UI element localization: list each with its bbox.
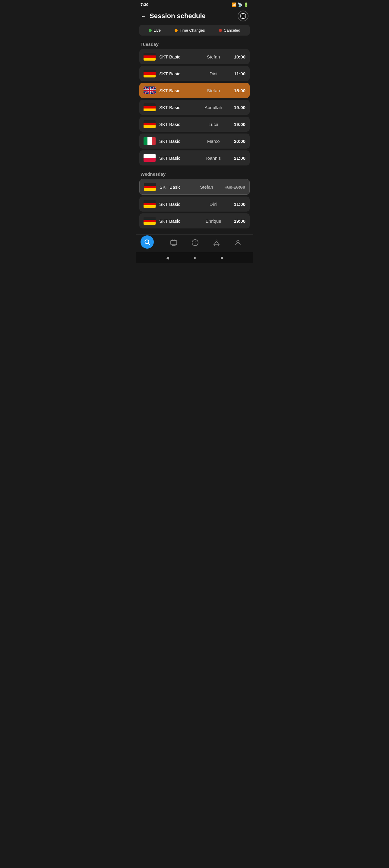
session-time: 10:00: [234, 54, 245, 59]
session-instructor: Enrique: [197, 218, 230, 224]
session-time: 19:00: [234, 105, 245, 110]
info-icon: [191, 239, 199, 248]
session-time: 11:00: [234, 202, 245, 207]
legend-time-changes: Time Changes: [175, 28, 205, 33]
flag-uk: [144, 87, 156, 94]
status-bar: 7:30 📶 📡 🔋: [136, 0, 253, 8]
legend-canceled: Canceled: [219, 28, 240, 33]
network-icon: [213, 239, 220, 248]
flag-german: [144, 120, 156, 128]
session-instructor: Ioannis: [197, 156, 230, 161]
nav-info[interactable]: [189, 238, 201, 250]
bottom-navigation: [136, 235, 253, 252]
flag-german: [144, 70, 156, 78]
battery-icon: 🔋: [244, 2, 248, 7]
flag-german: [144, 103, 156, 111]
legend-live: Live: [149, 28, 161, 33]
session-row[interactable]: SKT Basic Ioannis 21:00: [139, 150, 250, 165]
flag-italian: [144, 137, 156, 145]
session-row[interactable]: SKT Basic Luca 19:00: [139, 117, 250, 132]
svg-point-14: [216, 240, 217, 241]
session-name: SKT Basic: [159, 71, 193, 76]
android-home[interactable]: ●: [193, 255, 196, 260]
day-header-wednesday: Wednesday: [141, 172, 250, 177]
globe-button[interactable]: [238, 10, 248, 22]
session-instructor: Marco: [197, 138, 230, 144]
flag-german: [144, 183, 156, 191]
session-time: 11:00: [234, 71, 245, 76]
session-name: SKT Basic: [159, 218, 193, 224]
session-name: SKT Basic: [159, 156, 193, 161]
time-changes-dot: [175, 29, 178, 32]
time-changes-label: Time Changes: [179, 28, 205, 33]
nav-tv[interactable]: [168, 238, 180, 250]
session-name: SKT Basic: [159, 138, 193, 144]
content-area: Tuesday SKT Basic Stefan 10:00 SKT Basic…: [136, 36, 253, 235]
session-time-strikethrough: Tue 10:00: [225, 184, 245, 190]
android-recent[interactable]: ■: [220, 255, 223, 260]
session-time: 19:00: [234, 122, 245, 127]
tuesday-sessions: SKT Basic Stefan 10:00 SKT Basic Dini 11…: [139, 49, 250, 165]
session-name: SKT Basic: [159, 54, 193, 59]
canceled-label: Canceled: [224, 28, 240, 33]
wifi-icon: 📶: [232, 2, 236, 7]
live-dot: [149, 29, 152, 32]
android-back[interactable]: ◀: [166, 255, 169, 260]
session-row[interactable]: SKT Basic Marco 20:00: [139, 133, 250, 149]
android-nav-bar: ◀ ● ■: [136, 252, 253, 263]
legend: Live Time Changes Canceled: [139, 25, 250, 36]
status-icons: 📶 📡 🔋: [232, 2, 248, 7]
session-time: 21:00: [234, 156, 245, 161]
nav-profile[interactable]: [232, 238, 244, 250]
svg-line-6: [148, 243, 150, 245]
session-name: SKT Basic: [159, 184, 188, 190]
wednesday-sessions: SKT Basic Stefan Tue 10:00 SKT Basic Din…: [139, 179, 250, 228]
day-header-tuesday: Tuesday: [141, 41, 250, 47]
profile-icon: [234, 239, 242, 248]
session-instructor: Luca: [197, 122, 230, 127]
nav-network[interactable]: [210, 238, 222, 250]
live-label: Live: [153, 28, 161, 33]
session-time: 19:00: [234, 218, 245, 224]
session-row-time-changed[interactable]: SKT Basic Stefan Tue 10:00: [139, 179, 250, 195]
svg-point-20: [237, 240, 239, 243]
header: ← Session schedule: [136, 8, 253, 25]
session-instructor: Dini: [197, 71, 230, 76]
session-instructor: Stefan: [192, 184, 221, 190]
flag-polish: [144, 154, 156, 162]
session-time: 15:00: [234, 88, 245, 93]
svg-line-18: [216, 241, 219, 244]
session-row-highlighted[interactable]: SKT Basic Stefan 15:00: [139, 83, 250, 98]
session-row[interactable]: SKT Basic Abdullah 19:00: [139, 100, 250, 115]
session-name: SKT Basic: [159, 122, 193, 127]
session-time: 20:00: [234, 138, 245, 144]
flag-german: [144, 217, 156, 225]
flag-german: [144, 53, 156, 61]
session-row[interactable]: SKT Basic Enrique 19:00: [139, 213, 250, 228]
canceled-dot: [219, 29, 222, 32]
svg-line-17: [214, 241, 216, 244]
svg-rect-7: [171, 241, 177, 245]
session-name: SKT Basic: [159, 105, 193, 110]
session-name: SKT Basic: [159, 202, 193, 207]
flag-german: [144, 200, 156, 208]
session-instructor: Abdullah: [197, 105, 230, 110]
back-button[interactable]: ←: [141, 13, 147, 20]
svg-point-5: [145, 240, 149, 244]
search-fab-button[interactable]: [141, 236, 154, 249]
session-instructor: Stefan: [197, 54, 230, 59]
session-row[interactable]: SKT Basic Dini 11:00: [139, 66, 250, 81]
session-row[interactable]: SKT Basic Stefan 10:00: [139, 49, 250, 64]
session-instructor: Stefan: [197, 88, 230, 93]
session-row[interactable]: SKT Basic Dini 11:00: [139, 196, 250, 212]
page-title: Session schedule: [150, 12, 206, 20]
status-time: 7:30: [141, 2, 148, 7]
session-instructor: Dini: [197, 202, 230, 207]
session-name: SKT Basic: [159, 88, 193, 93]
tv-icon: [170, 239, 177, 248]
signal-icon: 📡: [238, 2, 242, 7]
